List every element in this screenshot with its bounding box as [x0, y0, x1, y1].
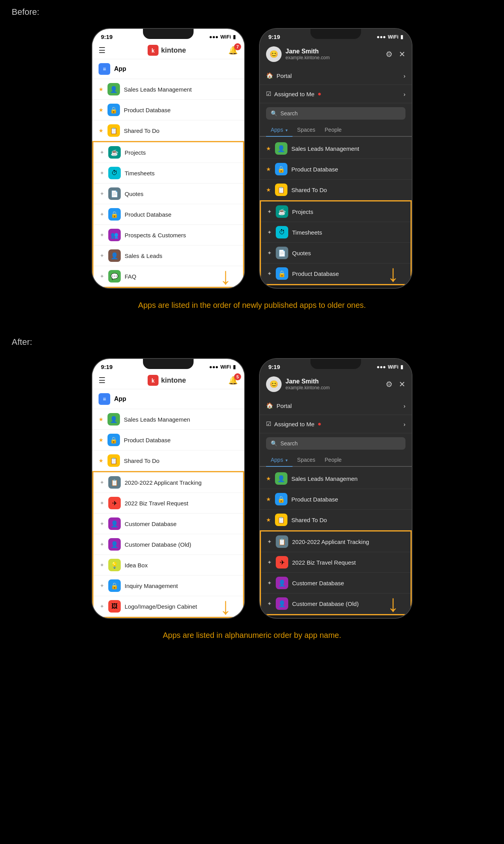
- portal-label: Portal: [277, 72, 292, 79]
- list-item[interactable]: ✦ ✈ 2022 Biz Travel Request: [93, 493, 243, 514]
- portal-menu-item[interactable]: 🏠 Portal ›: [260, 397, 412, 415]
- notification-badge[interactable]: 🔔 7: [228, 46, 238, 55]
- assigned-label: Assigned to Me: [274, 421, 314, 427]
- list-item[interactable]: ★ 🔒 Product Database: [260, 159, 412, 180]
- pin-icon: ✦: [267, 270, 272, 277]
- app-icon: 🔒: [275, 493, 287, 505]
- tab-apps[interactable]: Apps ▾: [266, 124, 293, 137]
- list-item[interactable]: ✦ 📋 2020-2022 Applicant Tracking: [261, 531, 411, 552]
- list-item[interactable]: ✦ ⏱ Timesheets: [261, 222, 411, 243]
- list-item[interactable]: ✦ 🖼 Logo/Image/Design Cabinet ↓: [93, 596, 243, 617]
- app-name: Sales Leads Management: [124, 86, 192, 93]
- list-item[interactable]: ✦ ⏱ Timesheets: [93, 163, 243, 184]
- list-item[interactable]: ★ 📋 Shared To Do: [260, 180, 412, 200]
- phone-content: 😊 Jane Smith example.kintone.com ⚙ ✕ 🏠: [260, 42, 412, 285]
- svg-text:k: k: [152, 378, 155, 384]
- list-item[interactable]: ✦ 🔒 Product Database ↓: [261, 263, 411, 284]
- pin-icon: ✦: [267, 208, 272, 215]
- pin-icon: ★: [99, 437, 104, 443]
- phone-notch: [143, 29, 194, 39]
- status-icons: ●●● WiFi ▮: [377, 34, 403, 40]
- list-item[interactable]: ★ 👤 Sales Leads Management: [260, 138, 412, 159]
- app-icon: 💬: [108, 270, 121, 283]
- badge-count: 5: [234, 373, 241, 380]
- search-bar[interactable]: 🔍 Search: [266, 437, 405, 450]
- list-item[interactable]: ★ 🔒 Product Database: [92, 100, 244, 120]
- tab-people[interactable]: People: [320, 454, 347, 467]
- search-bar[interactable]: 🔍 Search: [266, 107, 405, 120]
- user-domain: example.kintone.com: [285, 55, 330, 60]
- app-name: Product Database: [124, 107, 171, 113]
- list-item[interactable]: ✦ 📋 2020-2022 Applicant Tracking: [93, 472, 243, 493]
- check-icon: ☑: [266, 420, 271, 427]
- app-name: Product Database: [124, 437, 171, 443]
- list-item[interactable]: ✦ 🔒 Product Database: [93, 204, 243, 225]
- list-item[interactable]: ★ 🔒 Product Database: [260, 489, 412, 510]
- tab-spaces[interactable]: Spaces: [293, 454, 320, 467]
- pin-icon: ✦: [100, 211, 104, 217]
- pin-icon: ✦: [267, 580, 272, 586]
- user-panel-header: 😊 Jane Smith example.kintone.com ⚙ ✕: [260, 372, 412, 397]
- app-icon: 🔒: [275, 163, 287, 175]
- app-icon: 👤: [276, 597, 288, 610]
- user-info: 😊 Jane Smith example.kintone.com: [266, 376, 330, 392]
- app-name: Sales & Leads: [125, 252, 162, 259]
- time: 9:19: [101, 34, 113, 40]
- settings-icon[interactable]: ⚙: [386, 49, 393, 59]
- wifi-icon: WiFi: [388, 364, 398, 370]
- logo-text: kintone: [161, 46, 186, 55]
- app-icon: 🔒: [108, 579, 121, 592]
- app-icon: 🔒: [107, 104, 120, 116]
- list-item[interactable]: ✦ 👥 Prospects & Customers: [93, 225, 243, 245]
- list-item[interactable]: ✦ 📄 Quotes: [93, 184, 243, 204]
- chevron-right-icon: ›: [404, 91, 405, 97]
- time: 9:19: [268, 364, 280, 370]
- list-item[interactable]: ✦ ✈ 2022 Biz Travel Request: [261, 552, 411, 573]
- after-phones-row: 9:19 ●●● WiFi ▮ ☰ k kintone: [0, 351, 504, 626]
- portal-menu-item[interactable]: 🏠 Portal ›: [260, 67, 412, 85]
- pin-icon: ✦: [100, 232, 104, 238]
- list-item[interactable]: ✦ 💡 Idea Box: [93, 555, 243, 576]
- app-icon: ✈: [108, 497, 121, 509]
- pin-icon: ★: [99, 107, 104, 113]
- list-item[interactable]: ★ 👤 Sales Leads Managemen: [260, 468, 412, 489]
- notification-badge[interactable]: 🔔 5: [228, 376, 238, 385]
- tab-apps[interactable]: Apps ▾: [266, 454, 293, 467]
- avatar: 😊: [266, 376, 282, 392]
- app-name: Shared To Do: [291, 187, 327, 193]
- assigned-menu-item[interactable]: ☑ Assigned to Me ● ›: [260, 415, 412, 433]
- app-icon: 📋: [275, 514, 287, 526]
- list-item[interactable]: ★ 📋 Shared To Do: [260, 510, 412, 530]
- check-icon: ☑: [266, 90, 271, 97]
- pin-icon: ✦: [100, 479, 104, 486]
- pin-icon: ★: [266, 496, 271, 502]
- tab-people[interactable]: People: [320, 124, 347, 137]
- list-item[interactable]: ★ 🔒 Product Database: [92, 430, 244, 450]
- list-item[interactable]: ★ 📋 Shared To Do: [92, 120, 244, 141]
- signal-icon: ●●●: [377, 34, 386, 40]
- tab-spaces[interactable]: Spaces: [293, 124, 320, 137]
- list-item[interactable]: ✦ 👤 Customer Database (Old): [93, 534, 243, 555]
- list-item[interactable]: ✦ ☕ Projects: [93, 142, 243, 163]
- list-item[interactable]: ★ 👤 Sales Leads Management: [92, 79, 244, 100]
- user-details: Jane Smith example.kintone.com: [285, 378, 330, 390]
- settings-icon[interactable]: ⚙: [386, 380, 393, 389]
- list-item[interactable]: ✦ ☕ Projects: [261, 201, 411, 222]
- app-icon: 📄: [108, 187, 121, 200]
- list-item[interactable]: ★ 📋 Shared To Do: [92, 450, 244, 471]
- list-item[interactable]: ★ 👤 Sales Leads Managemen: [92, 409, 244, 430]
- app-name: Shared To Do: [124, 457, 159, 464]
- panel-actions: ⚙ ✕: [386, 380, 405, 389]
- menu-icon[interactable]: ☰: [99, 376, 106, 385]
- close-icon[interactable]: ✕: [399, 380, 405, 389]
- assigned-menu-item[interactable]: ☑ Assigned to Me ● ›: [260, 85, 412, 103]
- list-item[interactable]: ✦ 👤 Customer Database (Old) ↓: [261, 593, 411, 614]
- app-name: 2022 Biz Travel Request: [125, 500, 188, 507]
- home-icon: 🏠: [266, 72, 273, 79]
- app-icon: 📄: [276, 247, 288, 259]
- app-name: Customer Database: [125, 521, 176, 527]
- list-item[interactable]: ✦ 👤 Customer Database: [93, 514, 243, 534]
- menu-icon[interactable]: ☰: [99, 46, 106, 55]
- list-item[interactable]: ✦ 💬 FAQ ↓: [93, 266, 243, 287]
- close-icon[interactable]: ✕: [399, 49, 405, 59]
